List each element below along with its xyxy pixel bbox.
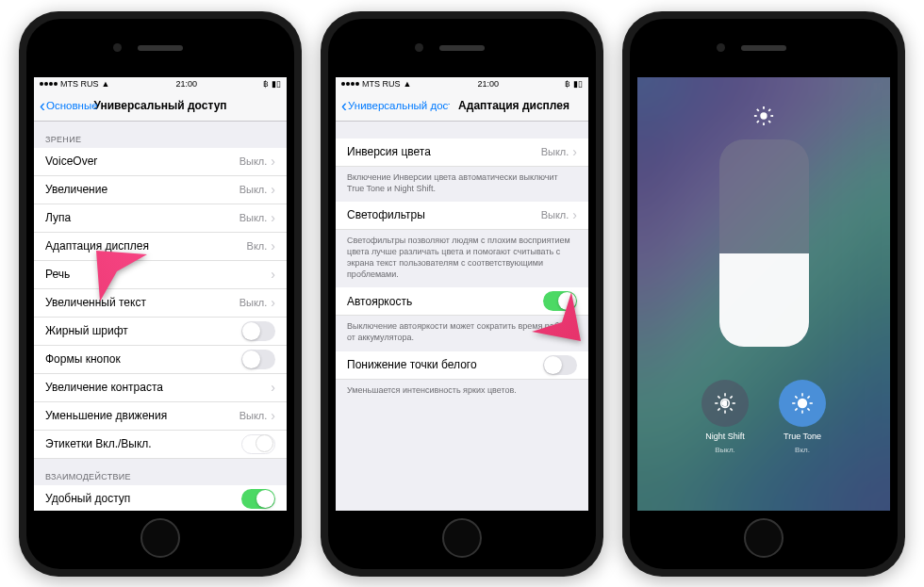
chevron-right-icon: › [271,380,275,395]
carrier-label: MTS RUS [362,79,401,89]
front-camera [113,43,122,52]
speaker [138,45,183,51]
svg-line-4 [768,121,770,122]
cell-voiceover[interactable]: VoiceOverВыкл.› [34,148,287,176]
chevron-right-icon: › [271,408,275,423]
footer-filters: Светофильтры позволяют людям с плохим во… [336,230,588,288]
chevron-left-icon: ‹ [40,97,45,114]
cell-magnifier[interactable]: ЛупаВыкл.› [34,204,287,233]
toggle-auto-brightness[interactable] [543,291,577,311]
svg-line-21 [795,396,797,398]
phone-frame-2: MTS RUS▲ 21:00 ฿▮▯ ‹Универсальный доступ… [321,11,603,577]
screen-display-accommodations: MTS RUS▲ 21:00 ฿▮▯ ‹Универсальный доступ… [336,77,588,511]
svg-line-7 [757,121,759,122]
bluetooth-icon: ฿ [565,79,570,89]
cell-button-shapes[interactable]: Формы кнопок [34,346,287,374]
nav-bar: ‹Универсальный доступ Адаптация дисплея [336,91,588,122]
speaker [741,45,786,51]
section-header-interaction: ВЗАИМОДЕЙСТВИЕ [34,459,287,485]
battery-icon: ▮▯ [573,79,583,89]
cell-reduce-white-point[interactable]: Понижение точки белого [336,351,588,380]
chevron-left-icon: ‹ [341,97,347,114]
status-bar: MTS RUS ▲ 21:00 ฿ ▮▯ [34,77,287,91]
chevron-right-icon: › [271,182,275,197]
clock: 21:00 [477,79,499,89]
control-buttons-row: Night Shift Выкл. True Tone Вкл. [701,380,826,454]
home-button[interactable] [744,518,784,558]
svg-line-26 [807,396,809,398]
chevron-right-icon: › [271,295,275,310]
brightness-slider[interactable] [719,139,809,347]
cell-auto-brightness[interactable]: Автояркость [336,287,588,316]
svg-point-0 [760,112,767,119]
cell-zoom[interactable]: УвеличениеВыкл.› [34,176,287,204]
night-shift-button[interactable]: Night Shift Выкл. [701,380,749,454]
night-shift-icon [701,380,749,427]
cell-color-filters[interactable]: СветофильтрыВыкл.› [336,202,588,230]
chevron-right-icon: › [572,144,577,159]
back-label: Универсальный доступ [348,100,450,111]
screen-accessibility: MTS RUS ▲ 21:00 ฿ ▮▯ ‹ Основные Универса… [34,77,287,511]
cell-reduce-motion[interactable]: Уменьшение движенияВыкл.› [34,402,287,431]
svg-point-18 [799,399,807,407]
svg-line-25 [795,408,797,410]
svg-line-12 [718,396,719,398]
cell-display-accommodations[interactable]: Адаптация дисплеяВкл.› [34,233,287,261]
true-tone-icon [779,380,826,427]
cell-larger-text[interactable]: Увеличенный текстВыкл.› [34,289,287,318]
wifi-icon: ▲ [404,79,412,89]
carrier-label: MTS RUS [60,79,99,89]
brightness-fill [719,253,809,347]
true-tone-value: Вкл. [795,446,810,454]
clock: 21:00 [175,79,197,89]
true-tone-button[interactable]: True Tone Вкл. [779,380,826,454]
svg-line-3 [757,108,759,110]
wifi-icon: ▲ [102,79,110,89]
svg-line-8 [768,108,770,110]
cell-speech[interactable]: Речь› [34,261,287,289]
svg-line-17 [730,396,732,398]
chevron-right-icon: › [271,210,275,225]
back-button[interactable]: ‹ Основные [40,97,98,114]
section-header-vision: ЗРЕНИЕ [34,122,287,148]
screen-control-center: ▮▯ Night Shift [637,77,890,511]
battery-icon: ▮▯ [272,79,281,89]
bluetooth-icon: ฿ [263,79,269,89]
toggle-button-shapes[interactable] [241,350,275,369]
home-button[interactable] [442,518,482,558]
cell-invert-colors[interactable]: Инверсия цветаВыкл.› [336,139,588,167]
svg-line-16 [718,408,719,410]
cell-reachability[interactable]: Удобный доступ [34,485,287,511]
toggle-reachability[interactable] [241,489,275,509]
night-shift-value: Выкл. [715,446,735,454]
cell-increase-contrast[interactable]: Увеличение контраста› [34,374,287,402]
footer-whitepoint: Уменьшается интенсивность ярких цветов. [336,380,588,403]
front-camera [717,43,725,52]
signal-icon [40,82,58,86]
back-button[interactable]: ‹Универсальный доступ [341,97,450,114]
sun-icon [753,106,774,128]
status-bar: MTS RUS▲ 21:00 ฿▮▯ [336,77,588,91]
toggle-white-point[interactable] [543,355,577,375]
svg-line-13 [730,408,732,410]
true-tone-label: True Tone [784,432,821,441]
nav-bar: ‹ Основные Универсальный доступ [34,91,287,122]
footer-autobright: Выключение автояркости может сократить в… [336,316,588,351]
cell-onoff-labels[interactable]: Этикетки Вкл./Выкл. [34,431,287,459]
back-label: Основные [46,100,98,111]
control-center-background: ▮▯ Night Shift [637,77,890,511]
cell-bold-text[interactable]: Жирный шрифт [34,318,287,346]
toggle-bold-text[interactable] [241,321,275,341]
chevron-right-icon: › [572,207,577,222]
home-button[interactable] [140,518,180,558]
chevron-right-icon: › [271,154,275,169]
front-camera [415,43,423,52]
phone-bezel: ▮▯ Night Shift [630,19,898,569]
phone-bezel: MTS RUS▲ 21:00 ฿▮▯ ‹Универсальный доступ… [328,19,596,569]
night-shift-label: Night Shift [705,432,745,441]
signal-icon [341,82,359,86]
toggle-onoff-labels[interactable] [241,434,275,454]
control-center-panel[interactable]: Night Shift Выкл. True Tone Вкл. [637,77,890,511]
chevron-right-icon: › [271,267,275,282]
footer-invert: Включение Инверсии цвета автоматически в… [336,167,588,202]
